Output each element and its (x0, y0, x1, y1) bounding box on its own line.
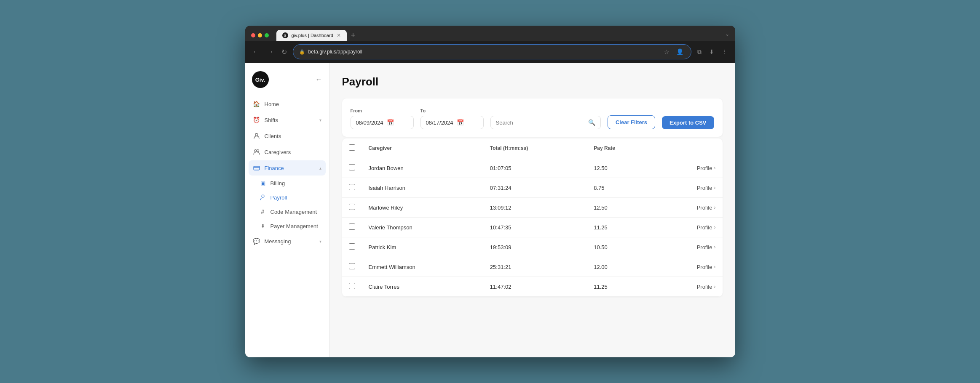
address-field[interactable]: 🔒 beta.giv.plus/app/payroll ☆ 👤 (293, 44, 691, 59)
row-checkbox-5[interactable] (349, 263, 355, 269)
logo-text: Giv. (255, 77, 265, 83)
table-row[interactable]: Isaiah Harrison 07:31:24 8.75 Profile › (342, 178, 723, 198)
finance-submenu: ▣ Billing Payroll # (249, 176, 326, 233)
row-checkbox-4[interactable] (349, 243, 355, 250)
app-logo: Giv. (252, 71, 269, 88)
download-icon[interactable]: ⬇ (707, 47, 716, 57)
row-caregiver-name: Jordan Bowen (362, 158, 483, 178)
table-row[interactable]: Valerie Thompson 10:47:35 11.25 Profile … (342, 218, 723, 237)
profile-link-text: Profile (697, 165, 712, 171)
caregivers-icon (253, 148, 260, 156)
row-checkbox-cell (342, 178, 362, 198)
app-container: Giv. ← 🏠 Home ⏰ Shifts ▾ (245, 63, 735, 357)
table-row[interactable]: Emmett Williamson 25:31:21 12.00 Profile… (342, 257, 723, 277)
row-caregiver-name: Marlowe Riley (362, 198, 483, 218)
select-all-checkbox[interactable] (349, 144, 355, 151)
row-total-time: 07:31:24 (483, 178, 587, 198)
clear-filters-button[interactable]: Clear Filters (608, 115, 655, 129)
to-filter-group: To 08/17/2024 📅 (420, 108, 484, 129)
table-row[interactable]: Patrick Kim 19:53:09 10.50 Profile › (342, 237, 723, 257)
row-caregiver-name: Isaiah Harrison (362, 178, 483, 198)
sidebar-item-caregivers[interactable]: Caregivers (249, 144, 326, 160)
browser-tabs: G giv.plus | Dashboard ✕ + (276, 30, 359, 41)
row-checkbox-2[interactable] (349, 204, 355, 210)
svg-point-0 (255, 133, 258, 136)
sidebar-item-finance[interactable]: Finance ▴ (249, 160, 326, 176)
to-calendar-icon[interactable]: 📅 (457, 119, 464, 126)
back-button[interactable]: ← (251, 46, 261, 57)
payer-management-icon: ⬇ (260, 223, 266, 229)
row-profile-link[interactable]: Profile › (657, 237, 723, 257)
payroll-table: Caregiver Total (H:mm:ss) Pay Rate Jorda… (342, 138, 723, 297)
row-checkbox-cell (342, 158, 362, 178)
sidebar-item-clients[interactable]: Clients (249, 128, 326, 144)
forward-button[interactable]: → (265, 46, 276, 57)
svg-point-2 (257, 150, 259, 152)
sidebar-item-messaging[interactable]: 💬 Messaging ▾ (249, 234, 326, 249)
active-tab[interactable]: G giv.plus | Dashboard ✕ (276, 30, 347, 41)
refresh-button[interactable]: ↻ (280, 46, 289, 58)
from-date-input[interactable]: 08/09/2024 📅 (351, 116, 414, 129)
row-pay-rate: 10.50 (587, 237, 657, 257)
sidebar-label-payer-management: Payer Management (270, 223, 318, 229)
main-content: Payroll From 08/09/2024 📅 To 08/17/2024 … (329, 63, 735, 357)
chevron-up-icon: ▴ (319, 166, 321, 170)
extensions-icon[interactable]: ⧉ (696, 47, 703, 57)
row-profile-link[interactable]: Profile › (657, 178, 723, 198)
sidebar-label-caregivers: Caregivers (265, 149, 321, 155)
sidebar-item-shifts[interactable]: ⏰ Shifts ▾ (249, 112, 326, 128)
profile-link-text: Profile (697, 224, 712, 231)
lock-icon: 🔒 (299, 49, 305, 55)
tab-close-button[interactable]: ✕ (337, 33, 341, 38)
sidebar-label-finance: Finance (265, 165, 315, 171)
sidebar-label-shifts: Shifts (265, 117, 315, 123)
total-header: Total (H:mm:ss) (483, 138, 587, 158)
row-profile-link[interactable]: Profile › (657, 198, 723, 218)
browser-addressbar: ← → ↻ 🔒 beta.giv.plus/app/payroll ☆ 👤 ⧉ … (245, 41, 735, 63)
profile-link-text: Profile (697, 185, 712, 191)
row-checkbox-0[interactable] (349, 164, 355, 170)
search-input[interactable] (496, 120, 585, 126)
payroll-table-container: Caregiver Total (H:mm:ss) Pay Rate Jorda… (342, 138, 723, 297)
sidebar-item-home[interactable]: 🏠 Home (249, 96, 326, 112)
table-row[interactable]: Claire Torres 11:47:02 11.25 Profile › (342, 277, 723, 297)
action-header (657, 138, 723, 158)
finance-icon (253, 164, 260, 172)
sidebar-subitem-billing[interactable]: ▣ Billing (255, 176, 326, 190)
clients-icon (253, 132, 260, 140)
export-csv-button[interactable]: Export to CSV (662, 116, 714, 129)
profile-chevron-icon: › (714, 224, 716, 230)
profile-icon[interactable]: 👤 (675, 47, 685, 57)
sidebar-subitem-code-management[interactable]: # Code Management (255, 205, 326, 218)
sidebar-subitem-payer-management[interactable]: ⬇ Payer Management (255, 219, 326, 233)
from-calendar-icon[interactable]: 📅 (387, 119, 394, 126)
maximize-button[interactable] (265, 33, 269, 37)
profile-chevron-icon: › (714, 185, 716, 191)
row-profile-link[interactable]: Profile › (657, 158, 723, 178)
table-row[interactable]: Jordan Bowen 01:07:05 12.50 Profile › (342, 158, 723, 178)
row-pay-rate: 12.00 (587, 257, 657, 277)
profile-link-text: Profile (697, 264, 712, 270)
chevron-down-icon: ▾ (319, 118, 321, 122)
messaging-chevron-icon: ▾ (319, 239, 321, 244)
new-tab-button[interactable]: + (348, 30, 359, 41)
row-profile-link[interactable]: Profile › (657, 277, 723, 297)
row-checkbox-3[interactable] (349, 223, 355, 230)
minimize-button[interactable] (258, 33, 262, 37)
table-row[interactable]: Marlowe Riley 13:09:12 12.50 Profile › (342, 198, 723, 218)
sidebar-label-messaging: Messaging (265, 238, 315, 245)
profile-chevron-icon: › (714, 244, 716, 250)
row-checkbox-1[interactable] (349, 184, 355, 190)
row-checkbox-6[interactable] (349, 283, 355, 289)
profile-chevron-icon: › (714, 284, 716, 290)
to-date-input[interactable]: 08/17/2024 📅 (420, 116, 484, 129)
url-text: beta.giv.plus/app/payroll (308, 49, 363, 55)
bookmark-icon[interactable]: ☆ (662, 47, 671, 57)
sidebar-subitem-payroll[interactable]: Payroll (255, 191, 326, 204)
window-menu-icon[interactable]: ⌄ (725, 31, 729, 37)
row-profile-link[interactable]: Profile › (657, 218, 723, 237)
sidebar-collapse-button[interactable]: ← (316, 76, 322, 83)
browser-menu-icon[interactable]: ⋮ (720, 47, 729, 57)
close-button[interactable] (251, 33, 255, 37)
row-profile-link[interactable]: Profile › (657, 257, 723, 277)
